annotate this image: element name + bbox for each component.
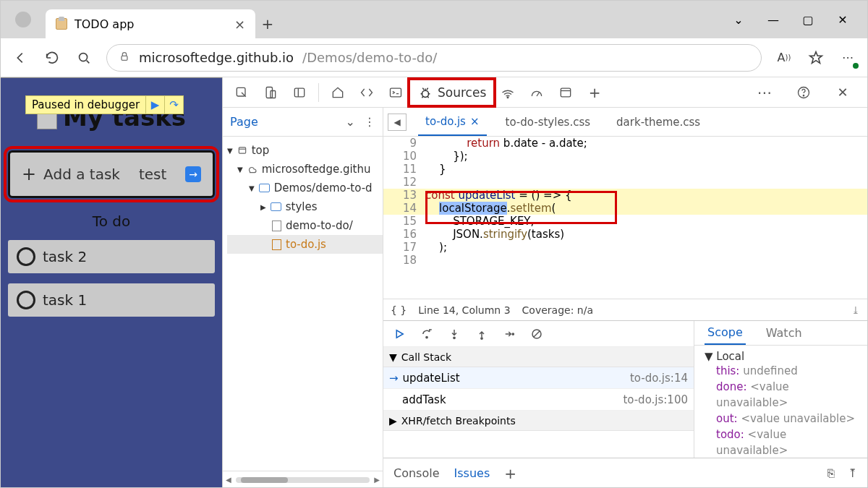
paused-debugger-badge: Paused in debugger ▶ ↷ bbox=[25, 95, 184, 114]
favicon-icon bbox=[56, 18, 67, 30]
svg-point-0 bbox=[80, 53, 88, 61]
elements-icon[interactable] bbox=[354, 81, 380, 104]
svg-point-16 bbox=[512, 333, 514, 334]
devtools-drawer: Console Issues + ⎘ ⤒ bbox=[383, 458, 867, 488]
tab-title: TODO app bbox=[75, 17, 134, 31]
page-tab[interactable]: Page bbox=[230, 115, 258, 129]
xhr-bp-header[interactable]: ▶XHR/fetch Breakpoints bbox=[383, 411, 694, 431]
step-icon[interactable]: ↷ bbox=[164, 96, 183, 114]
performance-icon[interactable] bbox=[524, 81, 550, 104]
scope-tab[interactable]: Scope bbox=[705, 321, 746, 345]
chevron-down-icon[interactable]: ⌄ bbox=[346, 115, 355, 129]
console-icon[interactable] bbox=[383, 81, 409, 104]
close-tab-icon[interactable]: × bbox=[234, 17, 245, 32]
drawer-icon[interactable]: ⎘ bbox=[827, 466, 835, 480]
menu-icon[interactable]: ⋯ bbox=[838, 48, 857, 67]
scope-variable[interactable]: todo: <value unavailable> bbox=[705, 427, 857, 458]
braces-icon[interactable]: { } bbox=[391, 304, 407, 316]
svg-rect-5 bbox=[294, 88, 304, 97]
network-icon[interactable] bbox=[495, 81, 521, 104]
nav-back-icon[interactable]: ◀ bbox=[388, 114, 407, 131]
new-tab-button[interactable]: + bbox=[255, 9, 280, 38]
coverage-status: Coverage: n/a bbox=[522, 304, 593, 316]
step-over-button[interactable] bbox=[417, 325, 437, 343]
scope-variable[interactable]: out: <value unavailable> bbox=[705, 411, 857, 427]
callstack-frame[interactable]: addTaskto-do.js:100 bbox=[383, 389, 694, 411]
svg-point-11 bbox=[803, 95, 804, 95]
minimize-icon[interactable]: — bbox=[766, 13, 780, 27]
add-task-label: Add a task bbox=[43, 166, 120, 183]
reload-button[interactable] bbox=[43, 48, 61, 67]
window-controls: ⌄ — ▢ ✕ bbox=[731, 13, 867, 27]
maximize-icon[interactable]: ▢ bbox=[801, 13, 815, 27]
task-label: task 2 bbox=[43, 248, 87, 265]
step-button[interactable] bbox=[499, 325, 519, 343]
more-tabs-button[interactable]: + bbox=[582, 81, 608, 104]
scope-variable[interactable]: done: <value unavailable> bbox=[705, 379, 857, 411]
code-editor[interactable]: 9 return b.date - a.date;10 });11 }1213c… bbox=[383, 137, 867, 299]
file-tab[interactable]: to-do-styles.css bbox=[498, 108, 598, 136]
devtools-pane: Sources + ⋯ ✕ Page ⌄⋮ ▼top ▼microsoft bbox=[222, 77, 867, 488]
step-out-button[interactable] bbox=[472, 325, 492, 343]
step-into-button[interactable] bbox=[444, 325, 464, 343]
more-icon[interactable]: ⋮ bbox=[364, 115, 375, 129]
svg-rect-12 bbox=[239, 147, 245, 153]
add-task-input[interactable]: + Add a task test → bbox=[8, 150, 215, 198]
browser-tab-active[interactable]: TODO app × bbox=[46, 9, 255, 38]
nav-scrollbar[interactable]: ◀▶ bbox=[223, 471, 383, 488]
search-button[interactable] bbox=[75, 48, 93, 67]
lock-icon bbox=[119, 50, 130, 65]
add-task-value: test bbox=[139, 166, 166, 183]
download-icon[interactable]: ⤓ bbox=[851, 304, 860, 316]
sources-tab[interactable]: Sources bbox=[412, 82, 492, 103]
application-icon[interactable] bbox=[553, 81, 579, 104]
close-devtools-icon[interactable]: ✕ bbox=[830, 81, 856, 104]
scope-variable[interactable]: this: undefined bbox=[705, 363, 857, 379]
sources-navigator: Page ⌄⋮ ▼top ▼microsoftedge.githu ▼Demos… bbox=[223, 108, 383, 488]
callstack-header[interactable]: ▼Call Stack bbox=[383, 347, 694, 367]
profile-icon[interactable] bbox=[1, 1, 46, 38]
settings-overflow-icon[interactable]: ⋯ bbox=[752, 81, 778, 104]
svg-point-15 bbox=[481, 337, 482, 338]
submit-task-button[interactable]: → bbox=[185, 166, 201, 182]
close-window-icon[interactable]: ✕ bbox=[835, 13, 850, 27]
resume-button[interactable] bbox=[389, 325, 409, 343]
issues-drawer-tab[interactable]: Issues bbox=[454, 466, 490, 480]
inspect-icon[interactable] bbox=[229, 81, 255, 104]
read-aloud-icon[interactable]: A)) bbox=[775, 48, 793, 67]
back-button[interactable] bbox=[11, 48, 30, 67]
callstack-panel: ▼Call Stack →updateListto-do.js:14addTas… bbox=[383, 321, 694, 458]
console-drawer-tab[interactable]: Console bbox=[393, 466, 440, 480]
task-item[interactable]: task 1 bbox=[8, 283, 215, 317]
welcome-icon[interactable] bbox=[325, 81, 351, 104]
close-file-icon[interactable]: × bbox=[470, 115, 480, 128]
help-icon[interactable] bbox=[791, 81, 817, 104]
file-tab-active[interactable]: to-do.js× bbox=[418, 108, 487, 136]
address-bar[interactable]: microsoftedge.github.io/Demos/demo-to-do… bbox=[106, 44, 762, 72]
svg-rect-6 bbox=[391, 88, 401, 97]
toolbar: microsoftedge.github.io/Demos/demo-to-do… bbox=[1, 38, 867, 77]
drawer-icon[interactable]: ⤒ bbox=[848, 466, 857, 480]
file-tree[interactable]: ▼top ▼microsoftedge.githu ▼Demos/demo-to… bbox=[223, 137, 383, 471]
favorite-icon[interactable] bbox=[807, 48, 825, 67]
watch-tab[interactable]: Watch bbox=[763, 321, 805, 345]
editor-statusbar: { } Line 14, Column 3 Coverage: n/a ⤓ bbox=[383, 299, 867, 320]
task-item[interactable]: task 2 bbox=[8, 240, 215, 273]
deactivate-bp-button[interactable] bbox=[527, 325, 547, 343]
chevron-down-icon[interactable]: ⌄ bbox=[731, 13, 746, 27]
svg-point-8 bbox=[507, 96, 509, 98]
url-path: /Demos/demo-to-do/ bbox=[302, 50, 437, 65]
file-tab[interactable]: dark-theme.css bbox=[609, 108, 707, 136]
dock-icon[interactable] bbox=[286, 81, 312, 104]
device-icon[interactable] bbox=[258, 81, 284, 104]
app-pane: Paused in debugger ▶ ↷ My tasks + Add a … bbox=[1, 77, 222, 488]
more-drawer-button[interactable]: + bbox=[504, 465, 516, 482]
plus-icon: + bbox=[22, 164, 36, 184]
editor-file-tabs: ◀ to-do.js× to-do-styles.css dark-theme.… bbox=[383, 108, 867, 137]
resume-icon[interactable]: ▶ bbox=[145, 96, 164, 114]
svg-rect-4 bbox=[271, 90, 276, 98]
checkbox-ring[interactable] bbox=[17, 291, 35, 309]
checkbox-ring[interactable] bbox=[17, 247, 35, 266]
callstack-frame[interactable]: →updateListto-do.js:14 bbox=[383, 367, 694, 389]
svg-point-13 bbox=[426, 336, 427, 338]
